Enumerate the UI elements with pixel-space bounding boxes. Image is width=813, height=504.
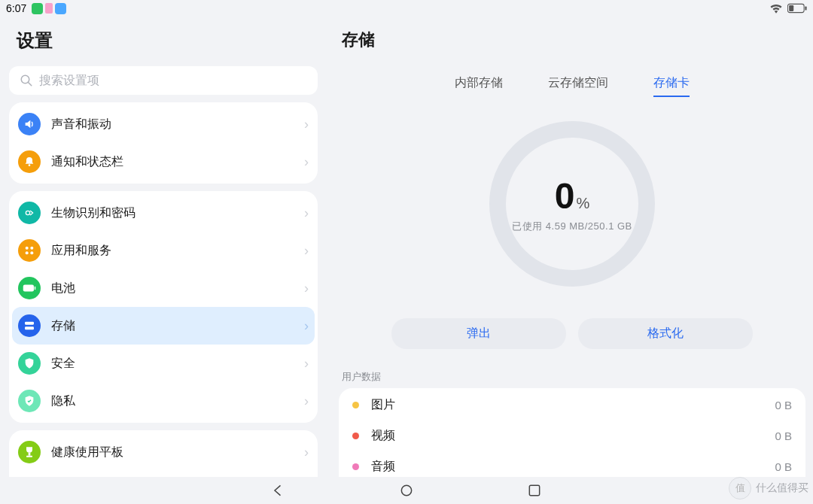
svg-point-9 bbox=[26, 251, 29, 254]
settings-item-sound[interactable]: 声音和振动› bbox=[9, 105, 318, 143]
data-row-videos[interactable]: 视频0 B bbox=[339, 421, 805, 451]
svg-rect-13 bbox=[25, 322, 34, 325]
settings-item-label: 健康使用平板 bbox=[51, 445, 304, 460]
storage-right-pane: 存储 内部存储云存储空间存储卡 0% 已使用 4.59 MB/250.1 GB … bbox=[324, 17, 813, 477]
data-row-value: 0 B bbox=[775, 460, 792, 473]
svg-point-6 bbox=[26, 211, 29, 214]
data-row-photos[interactable]: 图片0 B bbox=[339, 390, 805, 421]
settings-item-apps[interactable]: 应用和服务› bbox=[9, 232, 318, 269]
user-data-label: 用户数据 bbox=[342, 370, 805, 384]
wellbeing-icon bbox=[18, 441, 41, 463]
storage-donut: 0% 已使用 4.59 MB/250.1 GB bbox=[489, 121, 655, 287]
settings-group-0: 声音和振动›通知和状态栏› bbox=[9, 102, 318, 184]
chevron-right-icon: › bbox=[304, 205, 309, 221]
search-icon bbox=[20, 74, 33, 87]
status-left: 6:07 bbox=[6, 2, 66, 14]
status-right bbox=[769, 3, 807, 14]
svg-rect-12 bbox=[35, 287, 36, 290]
storage-used-label: 已使用 4.59 MB/250.1 GB bbox=[512, 220, 632, 233]
chevron-right-icon: › bbox=[304, 445, 309, 460]
svg-rect-11 bbox=[23, 285, 34, 292]
app-icon-notification bbox=[45, 3, 53, 14]
dot-icon bbox=[352, 463, 359, 470]
data-row-label: 音频 bbox=[371, 459, 775, 475]
settings-item-label: 通知和状态栏 bbox=[51, 154, 304, 170]
chevron-right-icon: › bbox=[304, 154, 309, 170]
settings-item-battery[interactable]: 电池› bbox=[9, 269, 318, 307]
tab-sdcard[interactable]: 存储卡 bbox=[653, 75, 690, 97]
privacy-icon bbox=[18, 390, 41, 412]
svg-rect-1 bbox=[789, 5, 793, 11]
chevron-right-icon: › bbox=[304, 356, 309, 372]
dot-icon bbox=[352, 433, 359, 439]
donut-wrap: 0% 已使用 4.59 MB/250.1 GB bbox=[339, 121, 805, 287]
svg-point-8 bbox=[30, 247, 33, 250]
settings-item-privacy[interactable]: 隐私› bbox=[9, 382, 318, 420]
nav-home-icon[interactable] bbox=[399, 483, 414, 498]
svg-point-10 bbox=[30, 251, 33, 254]
chevron-right-icon: › bbox=[304, 318, 309, 334]
settings-item-label: 声音和振动 bbox=[51, 117, 304, 132]
chevron-right-icon: › bbox=[304, 281, 309, 296]
storage-tabs: 内部存储云存储空间存储卡 bbox=[339, 75, 805, 97]
svg-point-5 bbox=[29, 164, 31, 166]
eject-button[interactable]: 弹出 bbox=[391, 318, 566, 349]
tab-internal[interactable]: 内部存储 bbox=[455, 75, 503, 97]
notify-icon bbox=[18, 150, 41, 173]
settings-item-label: 生物识别和密码 bbox=[51, 205, 304, 221]
tab-cloud[interactable]: 云存储空间 bbox=[548, 75, 608, 97]
format-button[interactable]: 格式化 bbox=[578, 318, 753, 349]
data-row-label: 图片 bbox=[371, 397, 775, 413]
battery-icon bbox=[18, 277, 41, 299]
svg-line-4 bbox=[28, 82, 32, 86]
app-icon-wechat bbox=[32, 3, 43, 14]
svg-point-7 bbox=[26, 247, 29, 250]
settings-item-notify[interactable]: 通知和状态栏› bbox=[9, 143, 318, 181]
dot-icon bbox=[352, 402, 359, 408]
data-row-value: 0 B bbox=[775, 399, 792, 411]
storage-title: 存储 bbox=[339, 23, 805, 68]
data-row-value: 0 B bbox=[775, 430, 792, 442]
svg-rect-2 bbox=[805, 6, 806, 10]
svg-point-18 bbox=[401, 485, 411, 495]
svg-rect-15 bbox=[29, 453, 31, 456]
wifi-icon bbox=[769, 3, 783, 14]
settings-item-wellbeing[interactable]: 健康使用平板› bbox=[9, 433, 318, 471]
battery-icon bbox=[787, 3, 807, 14]
watermark-text: 什么值得买 bbox=[756, 481, 808, 495]
settings-group-1: 生物识别和密码›应用和服务›电池›存储›安全›隐私› bbox=[9, 191, 318, 423]
settings-left-pane: 设置 声音和振动›通知和状态栏›生物识别和密码›应用和服务›电池›存储›安全›隐… bbox=[0, 17, 324, 477]
storage-percent: 0% bbox=[555, 175, 590, 217]
storage-icon bbox=[18, 314, 41, 337]
app-icon-cloud bbox=[55, 3, 66, 14]
nav-recent-icon[interactable] bbox=[527, 483, 542, 498]
settings-item-label: 应用和服务 bbox=[51, 243, 304, 259]
settings-item-biometric[interactable]: 生物识别和密码› bbox=[9, 194, 318, 232]
percent-unit: % bbox=[576, 195, 589, 212]
apps-icon bbox=[18, 239, 41, 262]
biometric-icon bbox=[18, 202, 41, 224]
svg-rect-16 bbox=[26, 456, 32, 457]
settings-item-security[interactable]: 安全› bbox=[9, 345, 318, 382]
data-row-audio[interactable]: 音频0 B bbox=[339, 451, 805, 477]
search-container[interactable] bbox=[9, 66, 318, 95]
watermark: 值 什么值得买 bbox=[729, 477, 808, 499]
chevron-right-icon: › bbox=[304, 117, 309, 132]
settings-title: 设置 bbox=[8, 23, 319, 66]
user-data-card: 图片0 B视频0 B音频0 B文档 bbox=[339, 388, 805, 477]
nav-back-icon[interactable] bbox=[271, 483, 286, 498]
watermark-circle: 值 bbox=[729, 477, 751, 499]
percent-value: 0 bbox=[555, 175, 575, 217]
search-input[interactable] bbox=[39, 74, 307, 87]
chevron-right-icon: › bbox=[304, 243, 309, 259]
android-navbar bbox=[0, 477, 813, 504]
settings-item-label: 存储 bbox=[51, 318, 304, 334]
settings-item-label: 电池 bbox=[51, 281, 304, 296]
data-row-label: 视频 bbox=[371, 428, 775, 444]
storage-actions: 弹出 格式化 bbox=[391, 318, 753, 349]
settings-item-storage[interactable]: 存储› bbox=[12, 307, 315, 345]
chevron-right-icon: › bbox=[304, 393, 309, 409]
svg-rect-19 bbox=[529, 485, 539, 495]
status-bar: 6:07 bbox=[0, 0, 813, 17]
settings-item-label: 隐私 bbox=[51, 393, 304, 409]
